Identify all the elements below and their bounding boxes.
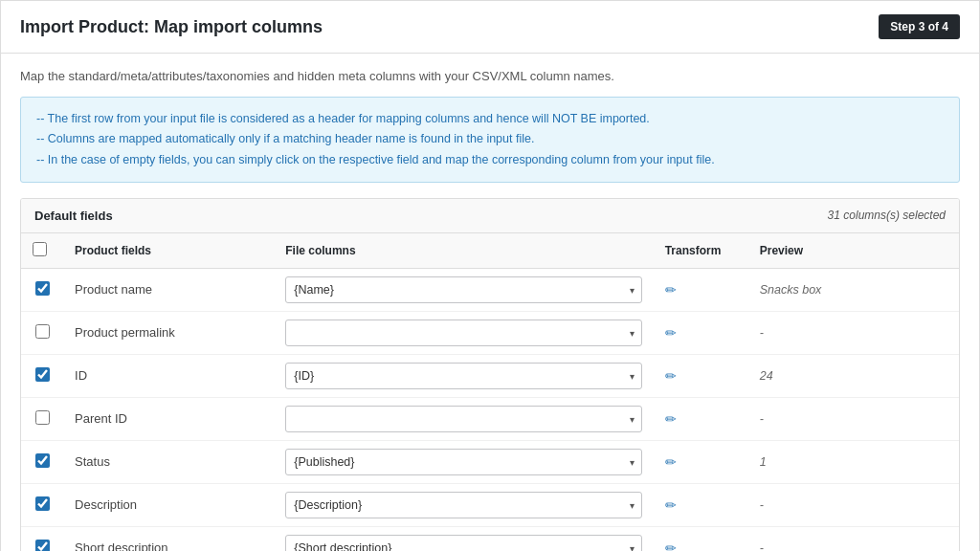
row-checkbox-1[interactable]: [35, 324, 50, 339]
page-wrapper: Import Product: Map import columns Step …: [0, 0, 980, 551]
row-preview: 24: [748, 354, 959, 397]
row-preview: 1: [748, 440, 959, 483]
select-wrapper: {Name}▾: [285, 276, 641, 303]
row-checkbox-5[interactable]: [35, 496, 50, 511]
page-title: Import Product: Map import columns: [20, 17, 323, 37]
table-row: Parent ID▾✏-: [21, 397, 959, 440]
row-checkbox-0[interactable]: [35, 281, 50, 296]
row-field-name: ID: [63, 354, 274, 397]
row-file-column: {Published}▾: [274, 440, 653, 483]
preview-value: -: [760, 326, 764, 340]
edit-transform-icon[interactable]: ✏: [665, 411, 677, 427]
select-wrapper: {Description}▾: [285, 492, 641, 518]
col-header-check: [21, 233, 63, 269]
row-checkbox-cell: [21, 483, 63, 526]
row-checkbox-cell: [21, 354, 63, 397]
columns-selected: 31 columns(s) selected: [828, 209, 946, 222]
row-checkbox-cell: [21, 526, 63, 551]
col-header-preview: Preview: [748, 233, 959, 269]
row-transform: ✏: [654, 268, 748, 311]
row-preview: -: [748, 526, 959, 551]
row-transform: ✏: [654, 354, 748, 397]
row-file-column: {ID}▾: [274, 354, 653, 397]
file-column-select-2[interactable]: {ID}: [285, 363, 641, 389]
row-transform: ✏: [654, 526, 748, 551]
file-column-select-4[interactable]: {Published}: [285, 449, 641, 475]
edit-transform-icon[interactable]: ✏: [665, 497, 677, 513]
row-checkbox-2[interactable]: [35, 367, 50, 382]
table-row: Description{Description}▾✏-: [21, 483, 959, 526]
preview-value: Snacks box: [760, 283, 822, 297]
row-field-name: Short description: [63, 526, 274, 551]
preview-value: 1: [760, 455, 767, 469]
row-transform: ✏: [654, 483, 748, 526]
row-preview: -: [748, 311, 959, 354]
row-field-name: Description: [63, 483, 274, 526]
row-transform: ✏: [654, 311, 748, 354]
row-checkbox-3[interactable]: [35, 410, 50, 425]
select-all-checkbox[interactable]: [33, 242, 47, 256]
table-row: Short description{Short description}▾✏-: [21, 526, 959, 551]
info-line-2: -- Columns are mapped automatically only…: [36, 129, 944, 149]
file-column-select-0[interactable]: {Name}: [285, 276, 641, 303]
select-wrapper: {Short description}▾: [285, 535, 641, 551]
select-wrapper: {Published}▾: [285, 449, 641, 475]
page-header: Import Product: Map import columns Step …: [1, 1, 979, 54]
row-checkbox-cell: [21, 397, 63, 440]
row-file-column: ▾: [274, 397, 653, 440]
row-checkbox-6[interactable]: [35, 540, 50, 551]
preview-value: -: [760, 498, 764, 512]
row-field-name: Product name: [63, 268, 274, 311]
row-transform: ✏: [654, 440, 748, 483]
row-preview: -: [748, 483, 959, 526]
file-column-select-3[interactable]: [285, 406, 641, 432]
page-subtitle: Map the standard/meta/attributes/taxonom…: [20, 69, 960, 83]
row-field-name: Status: [63, 440, 274, 483]
select-wrapper: {ID}▾: [285, 363, 641, 389]
row-field-name: Product permalink: [63, 311, 274, 354]
table-row: ID{ID}▾✏24: [21, 354, 959, 397]
edit-transform-icon[interactable]: ✏: [665, 368, 677, 384]
section-title: Default fields: [34, 209, 113, 223]
row-preview: Snacks box: [748, 268, 959, 311]
step-badge: Step 3 of 4: [879, 14, 960, 39]
table-header-bar: Default fields 31 columns(s) selected: [21, 199, 959, 233]
row-checkbox-cell: [21, 311, 63, 354]
file-column-select-1[interactable]: [285, 320, 641, 346]
preview-value: -: [760, 412, 764, 426]
select-wrapper: ▾: [285, 406, 641, 432]
file-column-select-6[interactable]: {Short description}: [285, 535, 641, 551]
info-line-1: -- The first row from your input file is…: [36, 109, 944, 129]
preview-value: 24: [760, 369, 773, 383]
table-section: Default fields 31 columns(s) selected Pr…: [20, 198, 960, 551]
row-checkbox-cell: [21, 268, 63, 311]
col-header-transform: Transform: [654, 233, 748, 269]
page-content: Map the standard/meta/attributes/taxonom…: [1, 54, 979, 551]
mapping-table: Product fields File columns Transform Pr…: [21, 233, 959, 551]
select-wrapper: ▾: [285, 320, 641, 346]
table-row: Product name{Name}▾✏Snacks box: [21, 268, 959, 311]
edit-transform-icon[interactable]: ✏: [665, 454, 677, 470]
file-column-select-5[interactable]: {Description}: [285, 492, 641, 518]
row-transform: ✏: [654, 397, 748, 440]
col-header-file: File columns: [274, 233, 653, 269]
row-file-column: ▾: [274, 311, 653, 354]
info-box: -- The first row from your input file is…: [20, 97, 960, 183]
row-preview: -: [748, 397, 959, 440]
table-row: Status{Published}▾✏1: [21, 440, 959, 483]
row-file-column: {Description}▾: [274, 483, 653, 526]
edit-transform-icon[interactable]: ✏: [665, 282, 677, 298]
info-line-3: -- In the case of empty fields, you can …: [36, 150, 944, 170]
preview-value: -: [760, 541, 764, 551]
row-file-column: {Name}▾: [274, 268, 653, 311]
edit-transform-icon[interactable]: ✏: [665, 325, 677, 341]
table-row: Product permalink▾✏-: [21, 311, 959, 354]
row-checkbox-4[interactable]: [35, 453, 50, 468]
col-header-product: Product fields: [63, 233, 274, 269]
row-field-name: Parent ID: [63, 397, 274, 440]
row-checkbox-cell: [21, 440, 63, 483]
edit-transform-icon[interactable]: ✏: [665, 540, 677, 551]
row-file-column: {Short description}▾: [274, 526, 653, 551]
